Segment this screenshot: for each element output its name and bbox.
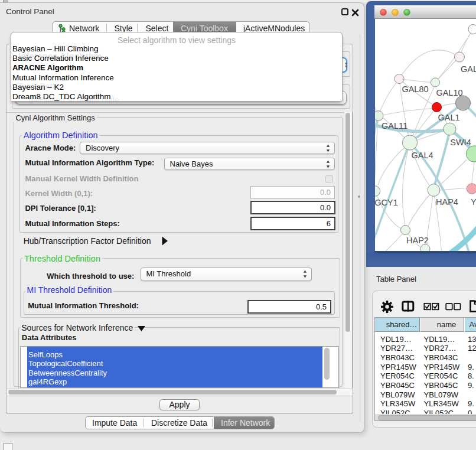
svg-text:Y: Y: [471, 197, 476, 206]
svg-text:HAP4: HAP4: [436, 197, 458, 206]
svg-text:SWI4: SWI4: [450, 137, 471, 146]
svg-text:GAL4: GAL4: [411, 150, 433, 159]
svg-text:GAL11: GAL11: [382, 120, 407, 130]
svg-text:HAP2: HAP2: [406, 235, 429, 244]
svg-text:GAL80: GAL80: [402, 84, 428, 93]
svg-text:GCY1: GCY1: [375, 197, 398, 207]
svg-text:GAL10: GAL10: [436, 87, 462, 97]
svg-text:GAL1: GAL1: [438, 112, 459, 122]
svg-text:GAL: GAL: [461, 64, 476, 73]
